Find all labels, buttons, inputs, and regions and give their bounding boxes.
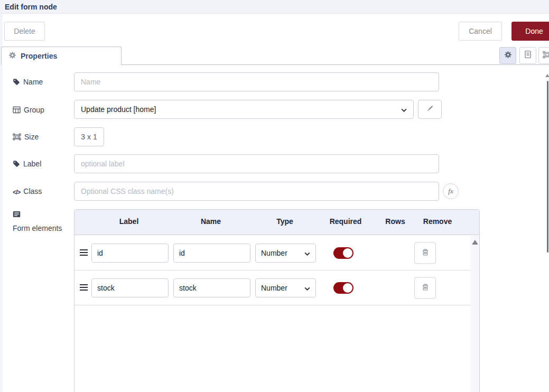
tag-icon (13, 159, 20, 170)
chevron-down-icon (304, 284, 310, 292)
form-elements-label: Form elements (13, 210, 66, 234)
tab-properties-label: Properties (21, 52, 57, 60)
drag-handle-icon[interactable] (80, 248, 88, 258)
column-header-name: Name (201, 217, 221, 226)
document-icon (524, 50, 532, 61)
class-input[interactable] (74, 182, 439, 201)
size-button[interactable]: 3 x 1 (74, 127, 104, 146)
expression-button[interactable]: fx (443, 183, 459, 199)
pencil-icon (426, 105, 434, 115)
done-button[interactable]: Done (511, 22, 549, 41)
table-rows: Number (75, 236, 470, 392)
element-label-input[interactable] (91, 278, 169, 297)
group-field-label: Group (13, 105, 68, 116)
table-icon (13, 105, 21, 116)
label-field-label: Label (13, 159, 68, 170)
drag-handle-icon[interactable] (80, 283, 88, 293)
tab-properties[interactable]: Properties (1, 46, 122, 65)
element-name-input[interactable] (173, 244, 250, 263)
dialog-panel: Delete Cancel Done Properties (3, 14, 549, 392)
group-select-value: Update product [home] (81, 105, 156, 114)
dialog-title: Edit form node (5, 3, 57, 11)
element-name-input[interactable] (173, 278, 250, 297)
group-select[interactable]: Update product [home] (74, 100, 414, 119)
code-icon: </> (13, 188, 20, 198)
column-header-remove: Remove (423, 217, 452, 226)
required-toggle[interactable] (333, 247, 353, 259)
chevron-down-icon (401, 105, 407, 114)
list-alt-icon (13, 210, 21, 220)
toggle-knob (343, 283, 352, 293)
remove-element-button[interactable] (414, 277, 436, 298)
gear-icon (504, 51, 512, 61)
label-input[interactable] (74, 154, 439, 173)
column-header-required: Required (330, 217, 362, 226)
trash-icon (421, 283, 430, 293)
table-header-row: Label Name Type Required Rows Remove (75, 210, 479, 235)
table-row: Number (75, 236, 470, 270)
chevron-down-icon (304, 249, 310, 257)
toggle-knob (343, 248, 352, 258)
trash-icon (421, 248, 430, 258)
element-type-select[interactable]: Number (255, 278, 316, 297)
tag-icon (13, 77, 20, 88)
cancel-button[interactable]: Cancel (459, 22, 502, 41)
dialog-header: Edit form node (0, 0, 549, 14)
page-scrollbar-thumb[interactable] (547, 81, 548, 253)
element-type-select[interactable]: Number (255, 244, 316, 263)
size-field-label: Size (13, 132, 68, 143)
edit-group-button[interactable] (418, 100, 442, 119)
table-row: Number (75, 270, 470, 305)
required-toggle[interactable] (333, 282, 353, 294)
name-field-label: Name (13, 77, 68, 88)
name-input[interactable] (74, 72, 439, 91)
element-type-value: Number (261, 284, 287, 292)
gear-icon (8, 51, 16, 61)
delete-button[interactable]: Delete (4, 22, 45, 41)
column-header-rows: Rows (385, 217, 405, 226)
page-scroll-up-arrow[interactable] (545, 74, 549, 77)
column-header-label: Label (119, 217, 139, 226)
class-field-label: </> Class (13, 186, 68, 198)
form-elements-table: Label Name Type Required Rows Remove Num… (74, 209, 480, 392)
table-scrollbar[interactable] (470, 236, 479, 392)
remove-element-button[interactable] (414, 242, 436, 264)
up-arrow-icon[interactable] (472, 240, 478, 245)
column-header-type: Type (276, 217, 293, 226)
description-view-button[interactable] (519, 47, 536, 64)
element-type-value: Number (261, 249, 287, 257)
properties-view-button[interactable] (499, 47, 516, 64)
object-group-icon (13, 132, 21, 143)
appearance-view-button[interactable] (538, 47, 549, 64)
object-group-icon (543, 51, 549, 61)
element-label-input[interactable] (91, 244, 169, 263)
